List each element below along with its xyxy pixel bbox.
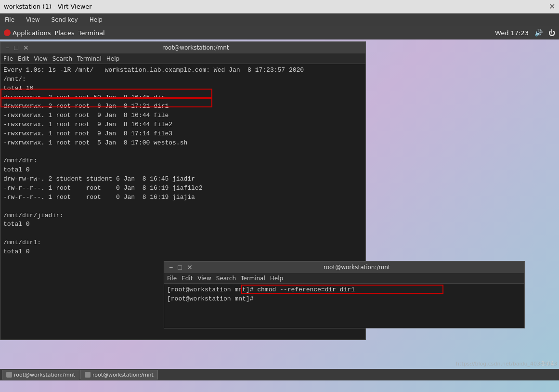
system-bar-left: Applications Places Terminal [4, 29, 105, 37]
terminal2-menu-terminal[interactable]: Terminal [241, 275, 265, 282]
terminal2-maximize-button[interactable]: □ [177, 263, 182, 271]
taskbar-label-1: root@workstation:/mnt [14, 372, 75, 378]
menubar-help[interactable]: Help [87, 15, 105, 24]
applications-button[interactable]: Applications [4, 29, 51, 37]
terminal1-close-button[interactable]: ✕ [22, 44, 30, 52]
taskbar-label-2: root@workstation:/mnt [92, 372, 154, 378]
system-bar-right: Wed 17:23 🔊 ⏻ [495, 29, 555, 37]
terminal2-title-buttons: − □ ✕ [168, 263, 194, 271]
terminal-button[interactable]: Terminal [78, 29, 105, 37]
terminal2-minimize-button[interactable]: − [168, 263, 174, 271]
system-bar: Applications Places Terminal Wed 17:23 🔊… [0, 26, 559, 39]
terminal2-line1: [root@workstation mnt]# chmod --referenc… [167, 286, 521, 295]
datetime-label: Wed 17:23 [495, 29, 529, 37]
terminal2-menu-help[interactable]: Help [270, 275, 283, 282]
menubar-view[interactable]: View [23, 15, 42, 24]
terminal1-titlebar: − □ ✕ root@workstation:/mnt [0, 42, 365, 53]
title-bar: workstation (1) - Virt Viewer ✕ [0, 0, 559, 13]
app-menubar: File View Send key Help [0, 13, 559, 26]
taskbar-item-1[interactable]: root@workstation:/mnt [2, 370, 79, 379]
terminal1-minimize-button[interactable]: − [4, 44, 10, 52]
terminal1-maximize-button[interactable]: □ [13, 44, 19, 52]
speaker-icon[interactable]: 🔊 [534, 29, 543, 37]
menubar-file[interactable]: File [2, 15, 17, 24]
main-content: − □ ✕ root@workstation:/mnt File Edit Vi… [0, 39, 559, 380]
applications-label: Applications [13, 29, 51, 37]
terminal1-menu-search[interactable]: Search [52, 55, 72, 62]
terminal2-close-button[interactable]: ✕ [186, 263, 194, 271]
taskbar: root@workstation:/mnt root@workstation:/… [0, 369, 559, 380]
terminal1-menu-terminal[interactable]: Terminal [77, 55, 102, 62]
terminal2-menu-edit[interactable]: Edit [182, 275, 193, 282]
terminal1-menu-help[interactable]: Help [106, 55, 119, 62]
terminal1-menubar: File Edit View Search Terminal Help [0, 53, 365, 64]
terminal1-title-buttons: − □ ✕ [4, 44, 30, 52]
terminal2-menu-search[interactable]: Search [216, 275, 236, 282]
terminal1-menu-edit[interactable]: Edit [18, 55, 29, 62]
menubar-sendkey[interactable]: Send key [49, 15, 81, 24]
terminal2-body[interactable]: [root@workstation mnt]# chmod --referenc… [164, 284, 524, 328]
terminal2-line2: [root@workstation mnt]# [167, 295, 521, 304]
window-close-button[interactable]: ✕ [549, 2, 555, 11]
red-dot-icon [4, 29, 11, 36]
terminal-window-2: − □ ✕ root@workstation:/mnt File Edit Vi… [164, 261, 525, 328]
page-indicator: 1 / 4 [541, 360, 554, 367]
places-button[interactable]: Places [54, 29, 74, 37]
power-icon[interactable]: ⏻ [548, 29, 555, 37]
terminal2-titlebar: − □ ✕ root@workstation:/mnt [164, 261, 524, 273]
taskbar-item-2[interactable]: root@workstation:/mnt [80, 370, 158, 379]
terminal1-content: /mnt/: total 16 drwxrwxrwx. 3 root root … [3, 75, 363, 257]
terminal2-title: root@workstation:/mnt [194, 264, 520, 271]
terminal1-header-line: Every 1.0s: ls -lR /mnt/ workstation.lab… [3, 66, 363, 75]
terminal1-menu-view[interactable]: View [34, 55, 47, 62]
taskbar-icon-1 [6, 372, 12, 378]
title-bar-title: workstation (1) - Virt Viewer [4, 3, 92, 10]
taskbar-icon-2 [85, 372, 91, 378]
terminal1-title: root@workstation:/mnt [30, 44, 362, 51]
terminal2-menu-file[interactable]: File [167, 275, 177, 282]
terminal2-menubar: File Edit View Search Terminal Help [164, 273, 524, 284]
terminal1-menu-file[interactable]: File [3, 55, 13, 62]
terminal2-menu-view[interactable]: View [197, 275, 211, 282]
